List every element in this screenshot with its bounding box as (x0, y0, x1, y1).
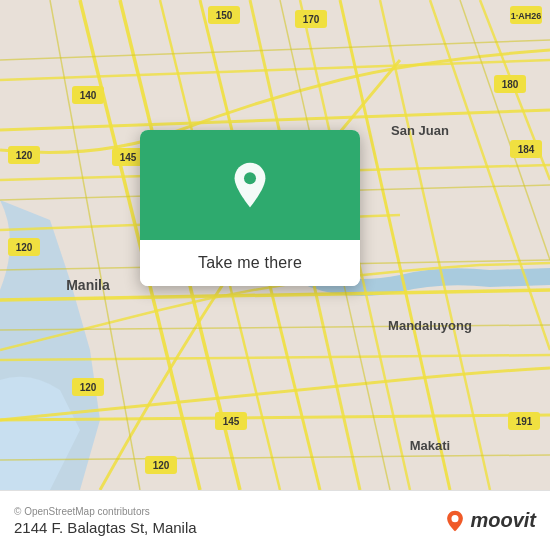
location-pin-icon (226, 161, 274, 209)
svg-text:180: 180 (502, 79, 519, 90)
map-container: 150 170 180 184 1·AH26 140 145 120 120 1… (0, 0, 550, 490)
svg-text:1·AH26: 1·AH26 (511, 11, 542, 21)
svg-text:Manila: Manila (66, 277, 110, 293)
bottom-bar: © OpenStreetMap contributors 2144 F. Bal… (0, 490, 550, 550)
svg-text:San Juan: San Juan (391, 123, 449, 138)
bottom-left-info: © OpenStreetMap contributors 2144 F. Bal… (14, 506, 197, 536)
svg-text:145: 145 (120, 152, 137, 163)
moovit-logo: moovit (444, 509, 536, 532)
svg-point-57 (244, 172, 256, 184)
moovit-brand-text: moovit (470, 509, 536, 532)
copyright-text: © OpenStreetMap contributors (14, 506, 197, 517)
svg-text:145: 145 (223, 416, 240, 427)
location-address: 2144 F. Balagtas St, Manila (14, 519, 197, 536)
svg-point-58 (452, 515, 459, 522)
location-card: Take me there (140, 130, 360, 286)
svg-text:120: 120 (16, 150, 33, 161)
svg-text:Mandaluyong: Mandaluyong (388, 318, 472, 333)
moovit-pin-icon (444, 510, 466, 532)
svg-text:191: 191 (516, 416, 533, 427)
svg-text:150: 150 (216, 10, 233, 21)
svg-text:120: 120 (153, 460, 170, 471)
svg-text:184: 184 (518, 144, 535, 155)
svg-text:Makati: Makati (410, 438, 450, 453)
svg-text:170: 170 (303, 14, 320, 25)
take-me-there-button[interactable]: Take me there (140, 240, 360, 286)
svg-text:140: 140 (80, 90, 97, 101)
card-header (140, 130, 360, 240)
svg-text:120: 120 (16, 242, 33, 253)
svg-text:120: 120 (80, 382, 97, 393)
